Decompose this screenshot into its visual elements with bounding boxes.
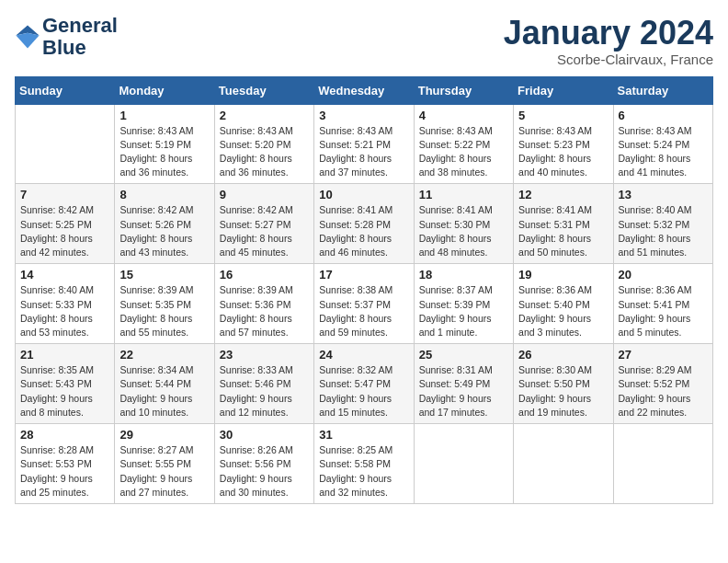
day-number: 21	[20, 348, 109, 362]
header-cell-sunday: Sunday	[16, 76, 115, 104]
cell-content: Sunrise: 8:43 AMSunset: 5:23 PMDaylight:…	[518, 124, 608, 180]
svg-marker-1	[16, 33, 39, 49]
cell-content: Sunrise: 8:32 AMSunset: 5:47 PMDaylight:…	[319, 363, 408, 419]
day-number: 15	[119, 268, 209, 282]
cell-content: Sunrise: 8:43 AMSunset: 5:19 PMDaylight:…	[119, 124, 209, 180]
day-number: 13	[619, 188, 708, 201]
day-cell: 17Sunrise: 8:38 AMSunset: 5:37 PMDayligh…	[314, 264, 414, 344]
day-number: 28	[20, 428, 109, 442]
day-cell: 7Sunrise: 8:42 AMSunset: 5:25 PMDaylight…	[16, 184, 115, 264]
day-cell: 31Sunrise: 8:25 AMSunset: 5:58 PMDayligh…	[314, 424, 414, 504]
day-cell	[613, 424, 712, 504]
day-number: 25	[419, 348, 508, 362]
day-cell: 5Sunrise: 8:43 AMSunset: 5:23 PMDaylight…	[514, 104, 613, 184]
day-cell: 3Sunrise: 8:43 AMSunset: 5:21 PMDaylight…	[314, 104, 414, 184]
cell-content: Sunrise: 8:41 AMSunset: 5:31 PMDaylight:…	[518, 203, 608, 259]
day-number: 16	[220, 268, 309, 282]
day-cell: 21Sunrise: 8:35 AMSunset: 5:43 PMDayligh…	[16, 344, 115, 424]
day-number: 22	[119, 348, 209, 362]
header-cell-friday: Friday	[514, 76, 613, 104]
day-cell: 4Sunrise: 8:43 AMSunset: 5:22 PMDaylight…	[414, 104, 513, 184]
cell-content: Sunrise: 8:25 AMSunset: 5:58 PMDaylight:…	[319, 443, 408, 500]
cell-content: Sunrise: 8:29 AMSunset: 5:52 PMDaylight:…	[619, 363, 708, 419]
day-number: 12	[518, 188, 608, 201]
day-cell: 12Sunrise: 8:41 AMSunset: 5:31 PMDayligh…	[514, 184, 613, 264]
day-cell: 6Sunrise: 8:43 AMSunset: 5:24 PMDaylight…	[613, 104, 712, 184]
day-cell: 8Sunrise: 8:42 AMSunset: 5:26 PMDaylight…	[115, 184, 214, 264]
cell-content: Sunrise: 8:37 AMSunset: 5:39 PMDaylight:…	[419, 283, 508, 339]
day-cell: 14Sunrise: 8:40 AMSunset: 5:33 PMDayligh…	[16, 264, 115, 344]
cell-content: Sunrise: 8:26 AMSunset: 5:56 PMDaylight:…	[220, 443, 309, 500]
day-number: 24	[319, 348, 408, 362]
cell-content: Sunrise: 8:41 AMSunset: 5:30 PMDaylight:…	[419, 203, 508, 259]
calendar-table: SundayMondayTuesdayWednesdayThursdayFrid…	[15, 76, 713, 504]
header-cell-tuesday: Tuesday	[214, 76, 313, 104]
day-number: 29	[119, 428, 209, 442]
logo-line2: Blue	[42, 37, 118, 59]
day-cell: 28Sunrise: 8:28 AMSunset: 5:53 PMDayligh…	[16, 424, 115, 504]
week-row-5: 28Sunrise: 8:28 AMSunset: 5:53 PMDayligh…	[16, 424, 713, 504]
day-number: 7	[20, 188, 109, 201]
day-number: 14	[20, 268, 109, 282]
cell-content: Sunrise: 8:39 AMSunset: 5:36 PMDaylight:…	[220, 283, 309, 339]
day-cell: 15Sunrise: 8:39 AMSunset: 5:35 PMDayligh…	[115, 264, 214, 344]
header-cell-monday: Monday	[115, 76, 214, 104]
day-cell: 22Sunrise: 8:34 AMSunset: 5:44 PMDayligh…	[115, 344, 214, 424]
cell-content: Sunrise: 8:28 AMSunset: 5:53 PMDaylight:…	[20, 443, 109, 500]
location-subtitle: Scorbe-Clairvaux, France	[504, 52, 713, 67]
cell-content: Sunrise: 8:41 AMSunset: 5:28 PMDaylight:…	[319, 203, 408, 259]
day-cell: 18Sunrise: 8:37 AMSunset: 5:39 PMDayligh…	[414, 264, 513, 344]
day-cell	[514, 424, 613, 504]
day-cell: 30Sunrise: 8:26 AMSunset: 5:56 PMDayligh…	[214, 424, 313, 504]
month-title: January 2024	[504, 15, 713, 52]
cell-content: Sunrise: 8:31 AMSunset: 5:49 PMDaylight:…	[419, 363, 508, 419]
header-cell-saturday: Saturday	[613, 76, 712, 104]
logo-line1: General	[42, 15, 118, 37]
cell-content: Sunrise: 8:38 AMSunset: 5:37 PMDaylight:…	[319, 283, 408, 339]
day-cell: 27Sunrise: 8:29 AMSunset: 5:52 PMDayligh…	[613, 344, 712, 424]
day-cell	[414, 424, 513, 504]
day-number: 10	[319, 188, 408, 201]
cell-content: Sunrise: 8:33 AMSunset: 5:46 PMDaylight:…	[220, 363, 309, 419]
day-cell: 10Sunrise: 8:41 AMSunset: 5:28 PMDayligh…	[314, 184, 414, 264]
day-cell: 24Sunrise: 8:32 AMSunset: 5:47 PMDayligh…	[314, 344, 414, 424]
day-number: 5	[518, 109, 608, 122]
day-cell: 20Sunrise: 8:36 AMSunset: 5:41 PMDayligh…	[613, 264, 712, 344]
day-number: 6	[619, 109, 708, 122]
day-cell: 9Sunrise: 8:42 AMSunset: 5:27 PMDaylight…	[214, 184, 313, 264]
title-block: January 2024 Scorbe-Clairvaux, France	[504, 15, 713, 67]
cell-content: Sunrise: 8:27 AMSunset: 5:55 PMDaylight:…	[119, 443, 209, 500]
day-number: 1	[119, 109, 209, 122]
cell-content: Sunrise: 8:42 AMSunset: 5:27 PMDaylight:…	[220, 203, 309, 259]
day-number: 2	[220, 109, 309, 122]
week-row-3: 14Sunrise: 8:40 AMSunset: 5:33 PMDayligh…	[16, 264, 713, 344]
day-cell: 29Sunrise: 8:27 AMSunset: 5:55 PMDayligh…	[115, 424, 214, 504]
cell-content: Sunrise: 8:35 AMSunset: 5:43 PMDaylight:…	[20, 363, 109, 419]
day-number: 9	[220, 188, 309, 201]
logo-icon	[15, 24, 40, 50]
cell-content: Sunrise: 8:42 AMSunset: 5:25 PMDaylight:…	[20, 203, 109, 259]
cell-content: Sunrise: 8:36 AMSunset: 5:41 PMDaylight:…	[619, 283, 708, 339]
day-cell: 25Sunrise: 8:31 AMSunset: 5:49 PMDayligh…	[414, 344, 513, 424]
header-cell-thursday: Thursday	[414, 76, 513, 104]
day-cell: 26Sunrise: 8:30 AMSunset: 5:50 PMDayligh…	[514, 344, 613, 424]
day-number: 11	[419, 188, 508, 201]
cell-content: Sunrise: 8:43 AMSunset: 5:20 PMDaylight:…	[220, 124, 309, 180]
day-number: 20	[619, 268, 708, 282]
day-number: 23	[220, 348, 309, 362]
cell-content: Sunrise: 8:43 AMSunset: 5:21 PMDaylight:…	[319, 124, 408, 180]
page-header: General Blue January 2024 Scorbe-Clairva…	[15, 15, 713, 67]
day-number: 8	[119, 188, 209, 201]
day-number: 4	[419, 109, 508, 122]
day-cell: 16Sunrise: 8:39 AMSunset: 5:36 PMDayligh…	[214, 264, 313, 344]
day-cell: 23Sunrise: 8:33 AMSunset: 5:46 PMDayligh…	[214, 344, 313, 424]
day-cell	[16, 104, 115, 184]
cell-content: Sunrise: 8:43 AMSunset: 5:24 PMDaylight:…	[619, 124, 708, 180]
day-cell: 13Sunrise: 8:40 AMSunset: 5:32 PMDayligh…	[613, 184, 712, 264]
day-cell: 11Sunrise: 8:41 AMSunset: 5:30 PMDayligh…	[414, 184, 513, 264]
cell-content: Sunrise: 8:43 AMSunset: 5:22 PMDaylight:…	[419, 124, 508, 180]
week-row-4: 21Sunrise: 8:35 AMSunset: 5:43 PMDayligh…	[16, 344, 713, 424]
cell-content: Sunrise: 8:40 AMSunset: 5:33 PMDaylight:…	[20, 283, 109, 339]
day-number: 26	[518, 348, 608, 362]
header-row: SundayMondayTuesdayWednesdayThursdayFrid…	[16, 76, 713, 104]
